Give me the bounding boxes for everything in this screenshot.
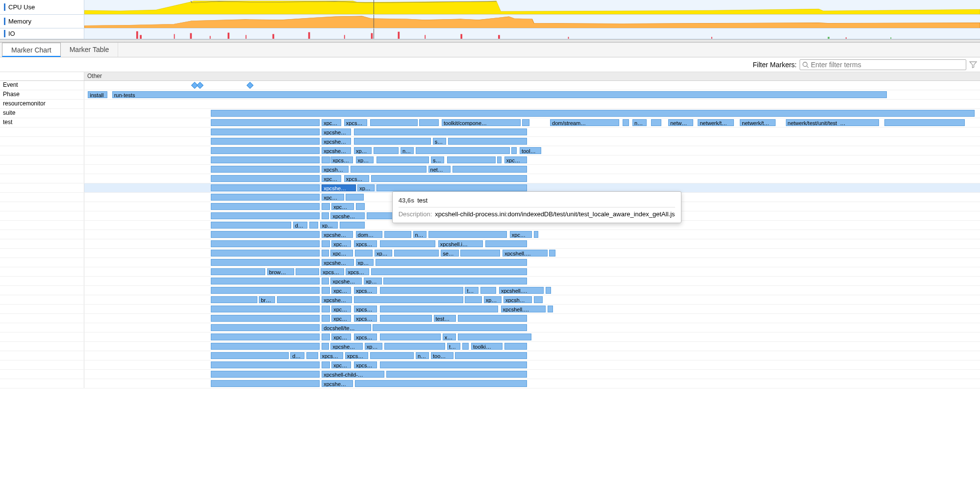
test-bar[interactable] bbox=[211, 371, 320, 378]
test-bar[interactable]: xpcshell.… bbox=[503, 250, 547, 257]
test-bar[interactable] bbox=[211, 119, 320, 126]
test-bar[interactable]: netwerk/t… bbox=[740, 119, 776, 126]
test-bar[interactable] bbox=[211, 156, 320, 163]
test-bar[interactable]: dom/stream… bbox=[550, 119, 619, 126]
test-bar[interactable] bbox=[497, 156, 502, 163]
test-bar[interactable]: xpcshe… bbox=[322, 231, 353, 238]
test-bar[interactable] bbox=[380, 306, 498, 312]
test-track[interactable]: xpc…xpcs…xpcshell.i… bbox=[84, 239, 980, 248]
test-bar[interactable]: too… bbox=[431, 352, 453, 359]
test-bar[interactable]: n… bbox=[401, 147, 414, 154]
test-bar[interactable] bbox=[322, 240, 329, 247]
test-bar[interactable] bbox=[211, 250, 320, 257]
test-bar[interactable]: xpcs… bbox=[321, 268, 344, 275]
test-track[interactable]: xpc…xpcs…test… bbox=[84, 314, 980, 323]
test-track[interactable]: xpcshe…dom…n…xpc… bbox=[84, 230, 980, 239]
test-bar[interactable]: xpc… bbox=[322, 175, 341, 182]
memory-graph[interactable] bbox=[84, 15, 980, 28]
test-bar[interactable] bbox=[322, 212, 329, 219]
test-track[interactable]: xpc…xp…se…xpcshell.… bbox=[84, 249, 980, 257]
test-bar[interactable] bbox=[322, 306, 329, 312]
test-track[interactable]: xpc…xpcs…toolkit/compone…dom/stream…ne…n… bbox=[84, 118, 980, 127]
test-bar[interactable] bbox=[322, 361, 329, 368]
test-bar[interactable] bbox=[462, 343, 469, 350]
test-bar[interactable] bbox=[380, 334, 441, 340]
test-bar[interactable]: xpcs… bbox=[320, 352, 344, 359]
test-bar[interactable]: docshell/te… bbox=[322, 324, 371, 331]
test-bar[interactable]: netwerk/test/unit/test_… bbox=[786, 119, 879, 126]
tab-marker-chart[interactable]: Marker Chart bbox=[2, 43, 61, 57]
test-bar[interactable] bbox=[211, 240, 320, 247]
test-bar[interactable] bbox=[384, 231, 411, 238]
test-bar[interactable] bbox=[504, 343, 527, 350]
test-bar[interactable]: xpcs… bbox=[354, 361, 377, 368]
test-bar[interactable]: br… bbox=[259, 296, 275, 303]
test-bar[interactable] bbox=[460, 250, 500, 257]
test-bar[interactable] bbox=[355, 250, 373, 257]
test-bar[interactable] bbox=[211, 380, 320, 387]
test-bar[interactable]: xp… bbox=[357, 184, 375, 191]
overview-row-memory[interactable]: Memory bbox=[0, 15, 980, 28]
test-bar[interactable]: xpcs… bbox=[346, 268, 369, 275]
test-bar[interactable]: ne… bbox=[632, 119, 647, 126]
test-bar[interactable] bbox=[370, 352, 414, 359]
test-bar[interactable] bbox=[447, 156, 496, 163]
test-bar[interactable]: s… bbox=[433, 138, 446, 145]
test-bar[interactable] bbox=[211, 361, 320, 368]
test-bar[interactable] bbox=[277, 296, 320, 303]
test-track[interactable]: d…xpcs…xpcs…n…too… bbox=[84, 351, 980, 360]
test-bar[interactable]: xp… bbox=[354, 147, 372, 154]
test-bar[interactable] bbox=[322, 334, 329, 340]
test-bar[interactable] bbox=[386, 371, 527, 378]
test-track[interactable]: xpcs…xp…s…xpc… bbox=[84, 155, 980, 164]
test-bar[interactable] bbox=[448, 138, 527, 145]
test-bar[interactable]: xpc… bbox=[331, 334, 351, 340]
test-bar[interactable]: s… bbox=[431, 156, 444, 163]
test-bar[interactable] bbox=[211, 212, 320, 219]
test-track[interactable]: xpcshe…xp… bbox=[84, 258, 980, 267]
test-bar[interactable] bbox=[534, 296, 543, 303]
test-bar[interactable]: xpcshe… bbox=[322, 138, 351, 145]
test-track[interactable]: docshell/te… bbox=[84, 323, 980, 332]
test-bar[interactable] bbox=[351, 166, 427, 173]
test-bar[interactable] bbox=[211, 296, 257, 303]
cpu-graph[interactable] bbox=[84, 0, 980, 14]
test-bar[interactable]: toolki… bbox=[471, 343, 503, 350]
test-track[interactable]: br…xpcshe…xp…xpcsh… bbox=[84, 295, 980, 304]
test-bar[interactable] bbox=[546, 287, 551, 294]
test-bar[interactable]: xpcs… bbox=[344, 119, 368, 126]
test-bar[interactable]: n… bbox=[413, 231, 427, 238]
test-bar[interactable] bbox=[211, 268, 265, 275]
io-graph[interactable] bbox=[84, 28, 980, 39]
test-bar[interactable] bbox=[211, 203, 320, 210]
test-bar[interactable]: xpcs… bbox=[354, 240, 377, 247]
test-bar[interactable] bbox=[211, 343, 320, 350]
test-bar[interactable]: xpc… bbox=[331, 203, 354, 210]
test-track[interactable]: xpcsh…net… bbox=[84, 165, 980, 174]
test-bar[interactable]: xpcs… bbox=[330, 156, 353, 163]
test-bar[interactable]: d… bbox=[290, 352, 304, 359]
test-bar[interactable]: xpcshe… bbox=[330, 278, 362, 284]
test-bar[interactable] bbox=[211, 128, 320, 135]
test-bar[interactable] bbox=[377, 156, 429, 163]
test-bar[interactable] bbox=[383, 278, 527, 284]
test-bar[interactable]: xpcshe… bbox=[322, 128, 351, 135]
test-bar[interactable] bbox=[211, 324, 320, 331]
resourcemonitor-track[interactable] bbox=[84, 100, 980, 108]
test-bar[interactable] bbox=[211, 334, 320, 340]
test-bar[interactable]: xpcshe… bbox=[322, 147, 351, 154]
test-bar[interactable]: t… bbox=[447, 343, 460, 350]
test-bar[interactable] bbox=[211, 315, 320, 322]
overview-row-cpu[interactable]: CPU Use bbox=[0, 0, 980, 15]
test-bar[interactable]: xpc… bbox=[322, 194, 344, 201]
test-bar[interactable]: se… bbox=[441, 250, 459, 257]
test-bar[interactable]: xp… bbox=[356, 156, 374, 163]
test-bar[interactable] bbox=[355, 380, 527, 387]
overview-row-io[interactable]: IO bbox=[0, 28, 980, 39]
test-bar[interactable] bbox=[354, 128, 527, 135]
test-bar[interactable] bbox=[322, 287, 329, 294]
test-bar[interactable]: xp… bbox=[356, 259, 374, 266]
test-bar[interactable]: xpcsh… bbox=[322, 166, 349, 173]
test-bar[interactable]: xpcs… bbox=[354, 315, 377, 322]
test-bar[interactable] bbox=[371, 268, 527, 275]
